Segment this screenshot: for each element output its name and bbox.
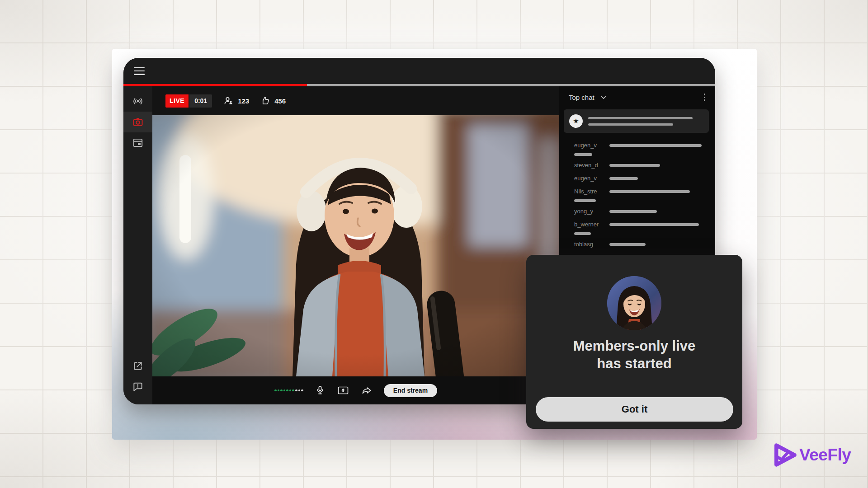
- screenshot-canvas: LIVE 0:01 123: [0, 0, 868, 488]
- audio-dot: [298, 389, 301, 392]
- chat-username: steven_d: [574, 162, 609, 169]
- audio-dot: [283, 389, 286, 392]
- pinned-line: [588, 117, 693, 119]
- chat-message-bar: [609, 164, 660, 167]
- got-it-button[interactable]: Got it: [536, 397, 733, 422]
- chat-username: eugen_v: [574, 175, 609, 182]
- stream-main-panel: LIVE 0:01 123: [152, 86, 559, 404]
- modal-title-line1: Members-only live: [526, 337, 742, 355]
- chat-message-bar-wrap: [574, 199, 596, 202]
- audio-level-meter: [274, 389, 303, 392]
- chevron-down-icon[interactable]: [600, 95, 607, 99]
- chat-header: Top chat: [559, 86, 715, 108]
- end-stream-button[interactable]: End stream: [384, 384, 437, 397]
- audio-dot: [286, 389, 288, 392]
- chat-message: eugen_v: [574, 175, 715, 182]
- chat-username: Nils_stre: [574, 188, 609, 195]
- chat-message-bar: [609, 243, 646, 246]
- viewer-count: 123: [223, 95, 249, 107]
- audio-dot: [274, 389, 277, 392]
- broadcast-icon[interactable]: [123, 91, 152, 112]
- chat-message-bar-wrap: [574, 232, 591, 235]
- members-only-modal: Members-only live has started Got it: [526, 255, 742, 429]
- modal-title: Members-only live has started: [526, 337, 742, 372]
- pinned-line: [588, 123, 673, 126]
- thumbs-up-icon: [260, 95, 271, 106]
- chat-username: b_werner: [574, 221, 609, 228]
- stream-status-bar: LIVE 0:01 123: [152, 86, 559, 115]
- pinned-message-placeholder: [588, 117, 693, 126]
- chat-list: eugen_vsteven_deugen_vNils_streyong_yb_w…: [559, 137, 715, 254]
- chat-username: tobiasg: [574, 241, 609, 248]
- star-icon: ★: [569, 114, 583, 128]
- audio-dot: [278, 389, 280, 392]
- mic-icon[interactable]: [315, 385, 326, 396]
- audio-dot: [292, 389, 294, 392]
- video-scene: [152, 115, 559, 376]
- content-icon[interactable]: [123, 132, 152, 153]
- chat-message-bar: [609, 223, 699, 226]
- veefly-logo-text: VeeFly: [799, 446, 851, 465]
- viewer-count-value: 123: [238, 97, 249, 105]
- chat-message-bar: [609, 210, 657, 213]
- chat-message: b_werner: [574, 221, 715, 235]
- pinned-message[interactable]: ★: [564, 109, 709, 133]
- audio-dot: [295, 389, 297, 392]
- audio-dot: [289, 389, 292, 392]
- like-count: 456: [260, 95, 286, 106]
- feedback-icon[interactable]: [123, 376, 152, 397]
- chat-username: eugen_v: [574, 142, 609, 149]
- chat-message-bar: [609, 144, 702, 147]
- live-badge: LIVE: [165, 94, 189, 108]
- external-link-icon[interactable]: [123, 356, 152, 376]
- chat-mode-selector[interactable]: Top chat: [569, 94, 594, 101]
- chat-message: yong_y: [574, 208, 715, 215]
- upload-icon[interactable]: [337, 385, 349, 396]
- menu-icon[interactable]: [134, 67, 145, 75]
- chat-username: yong_y: [574, 208, 609, 215]
- share-arrow-icon[interactable]: [361, 385, 373, 396]
- chat-message: Nils_stre: [574, 188, 715, 202]
- like-count-value: 456: [274, 97, 286, 105]
- elapsed-time-badge: 0:01: [189, 94, 212, 108]
- camera-icon[interactable]: [123, 112, 152, 132]
- chat-message: eugen_v: [574, 142, 715, 156]
- veefly-play-icon: [771, 441, 798, 469]
- left-sidebar: [123, 86, 152, 404]
- channel-avatar: [607, 276, 661, 330]
- viewers-icon: [223, 95, 234, 107]
- chat-menu-icon[interactable]: [702, 92, 707, 103]
- chat-message-bar: [609, 190, 690, 193]
- live-video-preview: [152, 115, 559, 376]
- stream-controls-bar: End stream: [152, 376, 559, 404]
- audio-dot: [301, 389, 303, 392]
- veefly-logo: VeeFly: [771, 441, 851, 469]
- chat-message-bar-wrap: [574, 153, 592, 156]
- audio-dot: [280, 389, 283, 392]
- chat-message: tobiasg: [574, 241, 715, 248]
- chat-message-bar: [609, 177, 638, 180]
- chat-message: steven_d: [574, 162, 715, 169]
- app-topbar: [123, 58, 715, 84]
- modal-title-line2: has started: [526, 355, 742, 372]
